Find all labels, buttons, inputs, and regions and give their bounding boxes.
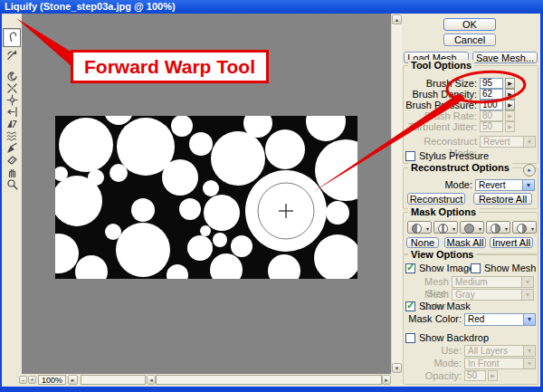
show-image-checkbox[interactable]: ✓: [405, 263, 415, 273]
cancel-button[interactable]: Cancel: [443, 33, 496, 46]
intersect-with-selection-button[interactable]: ▾: [486, 221, 510, 234]
zoom-level-display: 100%: [38, 375, 66, 385]
backdrop-mode-row: Mode: In Front ▼: [404, 358, 536, 369]
reconstruct-icon: [6, 49, 18, 61]
brush-size-slider-arrow-icon[interactable]: ▶: [505, 78, 515, 89]
zoom-out-button[interactable]: -: [19, 376, 27, 384]
brush-size-field[interactable]: 95: [480, 78, 503, 89]
chevron-down-icon: ▾: [505, 225, 508, 232]
chevron-down-icon: ▼: [521, 290, 533, 300]
replace-selection-icon: [412, 224, 422, 234]
group-title: Tool Options: [408, 60, 474, 71]
twirl-clockwise-tool-button[interactable]: [4, 71, 20, 82]
brush-density-slider-arrow-icon[interactable]: ▶: [505, 89, 515, 100]
reconstruct-tool-button[interactable]: [4, 49, 20, 61]
show-mask-label: Show Mask: [419, 301, 471, 311]
mask-color-select[interactable]: Red ▼: [464, 313, 536, 326]
zoom-in-button[interactable]: +: [28, 376, 36, 384]
horizontal-scrollbar[interactable]: [156, 375, 382, 385]
reconstruct-mode-select-row: Mode: Revert ▼: [404, 179, 536, 191]
backdrop-use-select: All Layers ▼: [464, 345, 536, 357]
turbulence-tool-button[interactable]: [4, 129, 20, 141]
reconstruct-mode-select: Revert ▼: [480, 136, 536, 148]
stylus-pressure-label: Stylus Pressure: [419, 151, 489, 161]
liquify-preview-image[interactable]: [55, 116, 357, 279]
forward-warp-icon: [6, 31, 18, 43]
zoom-tool-button[interactable]: [4, 178, 20, 190]
thaw-mask-tool-button[interactable]: [4, 154, 20, 166]
hand-tool-button[interactable]: [4, 167, 20, 178]
stylus-pressure-checkbox[interactable]: ✓: [405, 151, 415, 161]
mesh-color-row: Mesh Color: Gray ▼: [404, 289, 536, 301]
chevron-down-icon: ▾: [479, 225, 481, 232]
opacity-field: 50: [464, 370, 486, 381]
show-backdrop-checkbox[interactable]: ✓: [405, 333, 415, 343]
push-left-tool-button[interactable]: [4, 106, 20, 118]
reconstruct-button[interactable]: Reconstruct: [407, 193, 465, 205]
backdrop-opacity-row: Opacity: 50 ▶: [404, 370, 536, 382]
status-bar: - + 100% ▸ ◂ ▸: [22, 374, 391, 387]
hand-icon: [6, 167, 18, 178]
turbulent-jitter-slider-arrow-icon: ▶: [505, 121, 515, 132]
restore-all-button[interactable]: Restore All: [473, 193, 532, 205]
freeze-mask-tool-button[interactable]: [4, 142, 20, 154]
bloat-tool-button[interactable]: [4, 94, 20, 106]
chevron-down-icon: ▾: [531, 225, 534, 232]
mesh-size-row: Mesh Size: Medium ▼: [404, 276, 536, 288]
backdrop-mode-select: In Front ▼: [464, 358, 536, 369]
vertical-scrollbar[interactable]: ▴ ▾: [391, 14, 402, 374]
liquify-toolbar: [0, 14, 22, 374]
brush-pressure-field[interactable]: 100: [480, 100, 503, 110]
window-title: Liquify (Stone_step03a.jpg @ 100%): [5, 1, 176, 12]
chevron-down-icon: ▼: [523, 314, 535, 325]
freeze-mask-icon: [6, 142, 18, 154]
turbulence-icon: [6, 129, 18, 141]
turbulent-jitter-field: 50: [480, 121, 503, 132]
save-mesh-button[interactable]: Save Mesh...: [472, 52, 538, 63]
group-title: View Options: [408, 249, 476, 260]
status-spacer: [81, 375, 146, 385]
hscroll-left-icon[interactable]: ◂: [147, 375, 156, 385]
mask-all-button[interactable]: Mask All: [444, 237, 486, 248]
invert-selection-icon: [517, 224, 527, 234]
chevron-down-icon: ▾: [452, 225, 455, 232]
opacity-slider-arrow-icon: ▶: [488, 370, 498, 381]
twirl-clockwise-icon: [6, 71, 18, 82]
title-bar[interactable]: Liquify (Stone_step03a.jpg @ 100%): [0, 0, 543, 14]
pucker-tool-button[interactable]: [4, 82, 20, 94]
scroll-down-icon[interactable]: ▾: [392, 363, 402, 373]
replace-selection-button[interactable]: ▾: [407, 221, 432, 234]
pucker-icon: [6, 82, 18, 94]
show-mask-checkbox[interactable]: ✓: [405, 301, 415, 311]
zoom-menu-arrow-icon[interactable]: ▸: [68, 375, 78, 385]
thaw-mask-icon: [6, 154, 18, 166]
subtract-from-selection-button[interactable]: ▾: [460, 221, 484, 234]
add-to-selection-button[interactable]: ▾: [433, 221, 458, 234]
push-left-icon: [6, 106, 18, 118]
liquify-dialog: Liquify (Stone_step03a.jpg @ 100%): [0, 0, 543, 392]
ok-button[interactable]: OK: [443, 18, 496, 31]
mesh-size-select: Medium ▼: [452, 276, 534, 288]
scroll-up-icon[interactable]: ▴: [392, 14, 402, 24]
zoom-icon: [6, 178, 18, 190]
chevron-down-icon: ▼: [521, 277, 533, 287]
mesh-color-select: Gray ▼: [452, 289, 534, 301]
mirror-tool-button[interactable]: [4, 118, 20, 129]
show-image-label: Show Image: [419, 263, 474, 273]
panel-menu-icon[interactable]: ▸: [523, 164, 536, 177]
brush-density-field[interactable]: 62: [480, 89, 503, 100]
hscroll-right-icon[interactable]: ▸: [382, 375, 391, 385]
forward-warp-tool-button[interactable]: [3, 28, 21, 47]
options-panel: OK Cancel Load Mesh... Save Mesh... Tool…: [402, 14, 540, 387]
chevron-down-icon: ▾: [426, 225, 429, 232]
show-backdrop-label: Show Backdrop: [419, 333, 489, 343]
invert-selection-button[interactable]: ▾: [512, 221, 537, 234]
intersect-with-selection-icon: [491, 224, 500, 234]
invert-all-button[interactable]: Invert All: [490, 237, 533, 248]
add-to-selection-icon: [438, 224, 448, 234]
show-mesh-checkbox[interactable]: ✓: [471, 263, 481, 273]
none-button[interactable]: None: [406, 237, 439, 248]
mode-select[interactable]: Revert ▼: [475, 179, 535, 191]
mask-color-row: Mask Color: Red ▼: [404, 313, 536, 325]
brush-pressure-slider-arrow-icon[interactable]: ▶: [505, 100, 515, 110]
